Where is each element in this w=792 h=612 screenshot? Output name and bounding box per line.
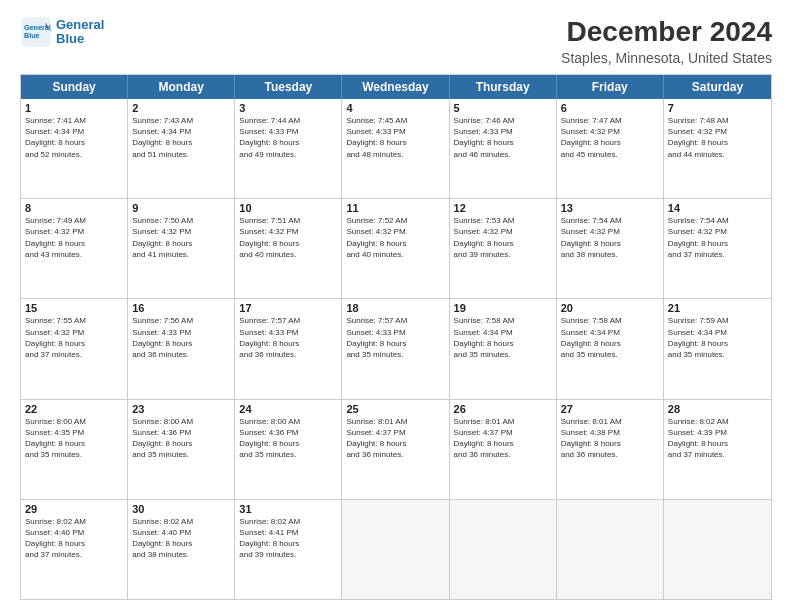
cell-info: Sunrise: 7:44 AMSunset: 4:33 PMDaylight:…: [239, 115, 337, 160]
calendar-cell: 31Sunrise: 8:02 AMSunset: 4:41 PMDayligh…: [235, 500, 342, 599]
cell-info: Sunrise: 8:01 AMSunset: 4:38 PMDaylight:…: [561, 416, 659, 461]
cell-info: Sunrise: 7:58 AMSunset: 4:34 PMDaylight:…: [561, 315, 659, 360]
cell-date: 27: [561, 403, 659, 415]
calendar-cell: [557, 500, 664, 599]
cell-date: 29: [25, 503, 123, 515]
cell-info: Sunrise: 7:51 AMSunset: 4:32 PMDaylight:…: [239, 215, 337, 260]
cell-info: Sunrise: 7:56 AMSunset: 4:33 PMDaylight:…: [132, 315, 230, 360]
cell-date: 23: [132, 403, 230, 415]
logo-text: GeneralBlue: [56, 18, 104, 47]
cell-info: Sunrise: 8:01 AMSunset: 4:37 PMDaylight:…: [346, 416, 444, 461]
week-row-3: 15Sunrise: 7:55 AMSunset: 4:32 PMDayligh…: [21, 299, 771, 399]
calendar-cell: 21Sunrise: 7:59 AMSunset: 4:34 PMDayligh…: [664, 299, 771, 398]
cell-date: 30: [132, 503, 230, 515]
svg-text:Blue: Blue: [24, 31, 40, 40]
subtitle: Staples, Minnesota, United States: [561, 50, 772, 66]
cell-date: 5: [454, 102, 552, 114]
calendar-cell: 1Sunrise: 7:41 AMSunset: 4:34 PMDaylight…: [21, 99, 128, 198]
cell-date: 13: [561, 202, 659, 214]
cell-date: 7: [668, 102, 767, 114]
cell-date: 8: [25, 202, 123, 214]
cell-date: 6: [561, 102, 659, 114]
cell-date: 15: [25, 302, 123, 314]
cell-info: Sunrise: 8:02 AMSunset: 4:39 PMDaylight:…: [668, 416, 767, 461]
calendar-cell: 16Sunrise: 7:56 AMSunset: 4:33 PMDayligh…: [128, 299, 235, 398]
cell-date: 20: [561, 302, 659, 314]
page: General Blue GeneralBlue December 2024 S…: [0, 0, 792, 612]
title-block: December 2024 Staples, Minnesota, United…: [561, 16, 772, 66]
cell-date: 11: [346, 202, 444, 214]
week-row-5: 29Sunrise: 8:02 AMSunset: 4:40 PMDayligh…: [21, 500, 771, 599]
day-tuesday: Tuesday: [235, 75, 342, 99]
calendar-cell: 6Sunrise: 7:47 AMSunset: 4:32 PMDaylight…: [557, 99, 664, 198]
cell-info: Sunrise: 8:01 AMSunset: 4:37 PMDaylight:…: [454, 416, 552, 461]
main-title: December 2024: [561, 16, 772, 48]
logo-icon: General Blue: [20, 16, 52, 48]
calendar-cell: 12Sunrise: 7:53 AMSunset: 4:32 PMDayligh…: [450, 199, 557, 298]
cell-date: 24: [239, 403, 337, 415]
cell-info: Sunrise: 7:57 AMSunset: 4:33 PMDaylight:…: [239, 315, 337, 360]
calendar-cell: 15Sunrise: 7:55 AMSunset: 4:32 PMDayligh…: [21, 299, 128, 398]
calendar-cell: 2Sunrise: 7:43 AMSunset: 4:34 PMDaylight…: [128, 99, 235, 198]
calendar-cell: 29Sunrise: 8:02 AMSunset: 4:40 PMDayligh…: [21, 500, 128, 599]
cell-info: Sunrise: 8:02 AMSunset: 4:40 PMDaylight:…: [132, 516, 230, 561]
calendar-cell: 30Sunrise: 8:02 AMSunset: 4:40 PMDayligh…: [128, 500, 235, 599]
calendar-cell: 13Sunrise: 7:54 AMSunset: 4:32 PMDayligh…: [557, 199, 664, 298]
cell-date: 16: [132, 302, 230, 314]
calendar-cell: 25Sunrise: 8:01 AMSunset: 4:37 PMDayligh…: [342, 400, 449, 499]
cell-info: Sunrise: 7:43 AMSunset: 4:34 PMDaylight:…: [132, 115, 230, 160]
calendar-cell: 3Sunrise: 7:44 AMSunset: 4:33 PMDaylight…: [235, 99, 342, 198]
calendar-cell: 24Sunrise: 8:00 AMSunset: 4:36 PMDayligh…: [235, 400, 342, 499]
cell-date: 3: [239, 102, 337, 114]
cell-info: Sunrise: 7:50 AMSunset: 4:32 PMDaylight:…: [132, 215, 230, 260]
day-wednesday: Wednesday: [342, 75, 449, 99]
cell-info: Sunrise: 7:48 AMSunset: 4:32 PMDaylight:…: [668, 115, 767, 160]
cell-date: 26: [454, 403, 552, 415]
calendar-header: Sunday Monday Tuesday Wednesday Thursday…: [21, 75, 771, 99]
header: General Blue GeneralBlue December 2024 S…: [20, 16, 772, 66]
calendar-cell: 9Sunrise: 7:50 AMSunset: 4:32 PMDaylight…: [128, 199, 235, 298]
cell-info: Sunrise: 8:00 AMSunset: 4:36 PMDaylight:…: [132, 416, 230, 461]
cell-date: 10: [239, 202, 337, 214]
calendar-cell: 10Sunrise: 7:51 AMSunset: 4:32 PMDayligh…: [235, 199, 342, 298]
calendar-cell: 5Sunrise: 7:46 AMSunset: 4:33 PMDaylight…: [450, 99, 557, 198]
cell-date: 12: [454, 202, 552, 214]
calendar-cell: 23Sunrise: 8:00 AMSunset: 4:36 PMDayligh…: [128, 400, 235, 499]
calendar: Sunday Monday Tuesday Wednesday Thursday…: [20, 74, 772, 600]
cell-date: 28: [668, 403, 767, 415]
calendar-cell: 19Sunrise: 7:58 AMSunset: 4:34 PMDayligh…: [450, 299, 557, 398]
cell-date: 19: [454, 302, 552, 314]
cell-info: Sunrise: 7:55 AMSunset: 4:32 PMDaylight:…: [25, 315, 123, 360]
calendar-cell: 22Sunrise: 8:00 AMSunset: 4:35 PMDayligh…: [21, 400, 128, 499]
cell-info: Sunrise: 7:46 AMSunset: 4:33 PMDaylight:…: [454, 115, 552, 160]
week-row-2: 8Sunrise: 7:49 AMSunset: 4:32 PMDaylight…: [21, 199, 771, 299]
calendar-cell: 11Sunrise: 7:52 AMSunset: 4:32 PMDayligh…: [342, 199, 449, 298]
day-sunday: Sunday: [21, 75, 128, 99]
cell-date: 31: [239, 503, 337, 515]
calendar-cell: [664, 500, 771, 599]
cell-date: 14: [668, 202, 767, 214]
cell-info: Sunrise: 7:58 AMSunset: 4:34 PMDaylight:…: [454, 315, 552, 360]
calendar-cell: 28Sunrise: 8:02 AMSunset: 4:39 PMDayligh…: [664, 400, 771, 499]
cell-info: Sunrise: 7:47 AMSunset: 4:32 PMDaylight:…: [561, 115, 659, 160]
cell-info: Sunrise: 7:45 AMSunset: 4:33 PMDaylight:…: [346, 115, 444, 160]
cell-info: Sunrise: 7:53 AMSunset: 4:32 PMDaylight:…: [454, 215, 552, 260]
cell-info: Sunrise: 7:52 AMSunset: 4:32 PMDaylight:…: [346, 215, 444, 260]
cell-date: 1: [25, 102, 123, 114]
calendar-cell: 27Sunrise: 8:01 AMSunset: 4:38 PMDayligh…: [557, 400, 664, 499]
day-monday: Monday: [128, 75, 235, 99]
cell-date: 2: [132, 102, 230, 114]
cell-info: Sunrise: 8:02 AMSunset: 4:41 PMDaylight:…: [239, 516, 337, 561]
calendar-cell: 17Sunrise: 7:57 AMSunset: 4:33 PMDayligh…: [235, 299, 342, 398]
cell-date: 22: [25, 403, 123, 415]
calendar-cell: [450, 500, 557, 599]
day-thursday: Thursday: [450, 75, 557, 99]
cell-date: 9: [132, 202, 230, 214]
cell-info: Sunrise: 7:54 AMSunset: 4:32 PMDaylight:…: [561, 215, 659, 260]
calendar-cell: 7Sunrise: 7:48 AMSunset: 4:32 PMDaylight…: [664, 99, 771, 198]
cell-info: Sunrise: 8:00 AMSunset: 4:35 PMDaylight:…: [25, 416, 123, 461]
cell-date: 21: [668, 302, 767, 314]
cell-date: 25: [346, 403, 444, 415]
cell-info: Sunrise: 7:54 AMSunset: 4:32 PMDaylight:…: [668, 215, 767, 260]
calendar-cell: 26Sunrise: 8:01 AMSunset: 4:37 PMDayligh…: [450, 400, 557, 499]
